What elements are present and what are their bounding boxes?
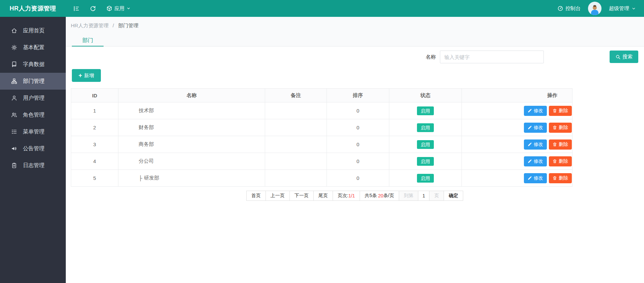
- pager-last[interactable]: 尾页: [313, 191, 333, 201]
- sidebar-item-label: 基本配置: [23, 44, 45, 51]
- cell-status: 启用: [389, 170, 462, 186]
- cell-name: 分公司: [118, 153, 265, 169]
- trash-icon: [553, 159, 557, 163]
- sidebar-item-speaker[interactable]: 公告管理: [0, 140, 66, 157]
- tab-department[interactable]: 部门: [72, 35, 104, 46]
- cell-remark: [265, 153, 327, 169]
- cell-id: 2: [71, 119, 118, 136]
- column-header: 备注: [265, 89, 327, 102]
- search-icon: [615, 54, 621, 60]
- cell-status: 启用: [389, 153, 462, 169]
- search-button[interactable]: 搜索: [610, 51, 638, 63]
- console-link[interactable]: 控制台: [557, 5, 581, 12]
- cell-actions: 修改删除: [462, 153, 572, 169]
- pencil-icon: [528, 176, 532, 180]
- user-menu[interactable]: 超级管理: [609, 5, 636, 12]
- cell-remark: [265, 170, 327, 186]
- avatar[interactable]: [588, 2, 601, 15]
- user-name: 超级管理: [609, 5, 629, 12]
- sidebar-item-sitemap[interactable]: 部门管理: [0, 73, 66, 90]
- sidebar-item-list[interactable]: 菜单管理: [0, 123, 66, 140]
- edit-button[interactable]: 修改: [524, 123, 547, 133]
- sidebar-item-label: 用户管理: [23, 95, 45, 102]
- pencil-icon: [528, 125, 532, 130]
- cell-id: 5: [71, 170, 118, 186]
- breadcrumb-root[interactable]: HR人力资源管理: [71, 23, 109, 28]
- sidebar-item-label: 菜单管理: [23, 128, 45, 135]
- table-header-row: ID名称备注排序状态操作: [71, 89, 572, 102]
- edit-button[interactable]: 修改: [524, 106, 547, 116]
- cell-sort: 0: [327, 153, 389, 169]
- cell-id: 4: [71, 153, 118, 169]
- cell-id: 1: [71, 102, 118, 119]
- edit-button[interactable]: 修改: [524, 156, 547, 166]
- trash-icon: [553, 142, 557, 147]
- column-header: 名称: [118, 89, 265, 102]
- add-button[interactable]: + 新增: [72, 69, 101, 82]
- cell-name: 技术部: [118, 102, 265, 119]
- table-row: 2财务部0启用修改删除: [71, 119, 572, 136]
- edit-button[interactable]: 修改: [524, 173, 547, 183]
- chevron-down-icon: [632, 6, 636, 11]
- sidebar-item-gear[interactable]: 基本配置: [0, 39, 66, 56]
- sidebar-item-home[interactable]: 应用首页: [0, 22, 66, 39]
- breadcrumb-current: 部门管理: [118, 23, 138, 28]
- sidebar-item-label: 角色管理: [23, 112, 45, 119]
- status-badge[interactable]: 启用: [417, 123, 434, 132]
- sitemap-icon: [11, 78, 17, 84]
- refresh-icon[interactable]: [90, 5, 96, 12]
- page-head: HR人力资源管理 / 部门管理 部门: [66, 17, 644, 46]
- department-name: 商务部: [139, 141, 154, 148]
- delete-button[interactable]: 删除: [549, 173, 572, 183]
- cell-actions: 修改删除: [462, 102, 572, 119]
- cube-icon: [106, 5, 112, 11]
- pencil-icon: [528, 159, 532, 163]
- pager-page-info: 页次:1/1: [333, 191, 360, 201]
- book-icon: [11, 61, 17, 67]
- cell-status: 启用: [389, 136, 462, 153]
- sidebar-item-users[interactable]: 角色管理: [0, 106, 66, 123]
- status-badge[interactable]: 启用: [417, 140, 434, 149]
- cell-sort: 0: [327, 170, 389, 186]
- sidebar-item-label: 字典数据: [23, 61, 45, 68]
- pager-first[interactable]: 首页: [246, 191, 266, 201]
- pager-confirm-button[interactable]: 确定: [444, 191, 463, 201]
- column-header: 排序: [327, 89, 389, 102]
- pencil-icon: [528, 108, 532, 113]
- status-badge[interactable]: 启用: [417, 106, 434, 115]
- cell-remark: [265, 136, 327, 153]
- pager-prev[interactable]: 上一页: [265, 191, 290, 201]
- sidebar-item-book[interactable]: 字典数据: [0, 56, 66, 73]
- menu-fold-icon[interactable]: [73, 5, 80, 12]
- app-menu[interactable]: 应用: [106, 5, 131, 12]
- pager-next[interactable]: 下一页: [289, 191, 314, 201]
- pager-goto-input[interactable]: [418, 191, 429, 201]
- delete-button[interactable]: 删除: [549, 123, 572, 133]
- delete-button[interactable]: 删除: [549, 139, 572, 150]
- department-name: 研发部: [144, 175, 159, 181]
- sidebar-item-user[interactable]: 用户管理: [0, 90, 66, 106]
- gear-icon: [11, 44, 17, 51]
- edit-button[interactable]: 修改: [524, 139, 547, 150]
- status-badge[interactable]: 启用: [417, 157, 434, 166]
- pager-goto-label: 到第: [399, 191, 418, 201]
- table-row: 1技术部0启用修改删除: [71, 102, 572, 119]
- list-icon: [11, 129, 17, 135]
- delete-button[interactable]: 删除: [549, 156, 572, 166]
- status-badge[interactable]: 启用: [417, 174, 434, 183]
- cell-sort: 0: [327, 136, 389, 153]
- keyword-input[interactable]: [440, 51, 544, 63]
- breadcrumb-separator: /: [113, 23, 114, 28]
- sidebar-item-clipboard[interactable]: 日志管理: [0, 157, 66, 174]
- pencil-icon: [528, 142, 532, 147]
- main-content: HR人力资源管理 / 部门管理 部门 名称 搜索 + 新增 ID名称备注排序状态…: [66, 17, 644, 283]
- delete-button[interactable]: 删除: [549, 106, 572, 116]
- cell-actions: 修改删除: [462, 170, 572, 186]
- table-row: 4分公司0启用修改删除: [71, 153, 572, 170]
- sidebar-item-label: 日志管理: [23, 162, 45, 169]
- sidebar-item-label: 部门管理: [23, 78, 45, 85]
- chevron-down-icon: [127, 6, 131, 10]
- trash-icon: [553, 108, 557, 113]
- topbar: HR人力资源管理 应用 控制台: [0, 0, 644, 17]
- column-header: ID: [71, 89, 118, 102]
